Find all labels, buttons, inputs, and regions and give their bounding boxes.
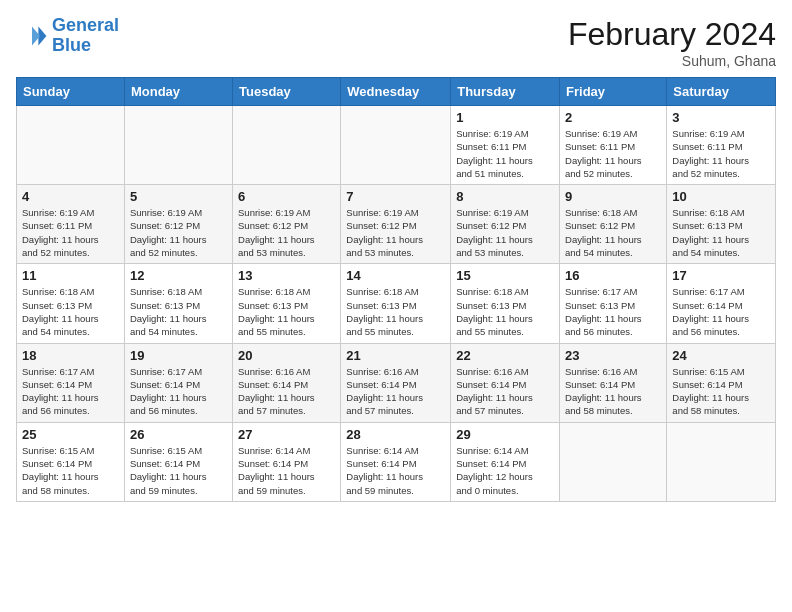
- calendar-cell: 8Sunrise: 6:19 AM Sunset: 6:12 PM Daylig…: [451, 185, 560, 264]
- calendar-week-row: 18Sunrise: 6:17 AM Sunset: 6:14 PM Dayli…: [17, 343, 776, 422]
- day-info: Sunrise: 6:14 AM Sunset: 6:14 PM Dayligh…: [346, 444, 445, 497]
- day-number: 3: [672, 110, 770, 125]
- calendar-cell: 15Sunrise: 6:18 AM Sunset: 6:13 PM Dayli…: [451, 264, 560, 343]
- logo: General Blue: [16, 16, 119, 56]
- day-number: 8: [456, 189, 554, 204]
- calendar-table: SundayMondayTuesdayWednesdayThursdayFrid…: [16, 77, 776, 502]
- calendar-cell: 18Sunrise: 6:17 AM Sunset: 6:14 PM Dayli…: [17, 343, 125, 422]
- calendar-cell: [341, 106, 451, 185]
- location-subtitle: Suhum, Ghana: [568, 53, 776, 69]
- day-number: 16: [565, 268, 661, 283]
- day-info: Sunrise: 6:18 AM Sunset: 6:13 PM Dayligh…: [346, 285, 445, 338]
- day-number: 11: [22, 268, 119, 283]
- weekday-header-wednesday: Wednesday: [341, 78, 451, 106]
- calendar-week-row: 25Sunrise: 6:15 AM Sunset: 6:14 PM Dayli…: [17, 422, 776, 501]
- weekday-header-monday: Monday: [124, 78, 232, 106]
- weekday-header-tuesday: Tuesday: [233, 78, 341, 106]
- calendar-cell: 21Sunrise: 6:16 AM Sunset: 6:14 PM Dayli…: [341, 343, 451, 422]
- day-info: Sunrise: 6:19 AM Sunset: 6:11 PM Dayligh…: [565, 127, 661, 180]
- calendar-week-row: 4Sunrise: 6:19 AM Sunset: 6:11 PM Daylig…: [17, 185, 776, 264]
- day-number: 6: [238, 189, 335, 204]
- day-info: Sunrise: 6:18 AM Sunset: 6:13 PM Dayligh…: [22, 285, 119, 338]
- calendar-week-row: 1Sunrise: 6:19 AM Sunset: 6:11 PM Daylig…: [17, 106, 776, 185]
- calendar-cell: 1Sunrise: 6:19 AM Sunset: 6:11 PM Daylig…: [451, 106, 560, 185]
- weekday-header-thursday: Thursday: [451, 78, 560, 106]
- calendar-cell: 16Sunrise: 6:17 AM Sunset: 6:13 PM Dayli…: [560, 264, 667, 343]
- day-info: Sunrise: 6:17 AM Sunset: 6:13 PM Dayligh…: [565, 285, 661, 338]
- day-info: Sunrise: 6:19 AM Sunset: 6:11 PM Dayligh…: [672, 127, 770, 180]
- day-number: 17: [672, 268, 770, 283]
- day-info: Sunrise: 6:19 AM Sunset: 6:12 PM Dayligh…: [456, 206, 554, 259]
- day-info: Sunrise: 6:19 AM Sunset: 6:12 PM Dayligh…: [238, 206, 335, 259]
- title-block: February 2024 Suhum, Ghana: [568, 16, 776, 69]
- calendar-cell: 28Sunrise: 6:14 AM Sunset: 6:14 PM Dayli…: [341, 422, 451, 501]
- day-info: Sunrise: 6:15 AM Sunset: 6:14 PM Dayligh…: [130, 444, 227, 497]
- day-number: 18: [22, 348, 119, 363]
- logo-text: General Blue: [52, 16, 119, 56]
- day-info: Sunrise: 6:19 AM Sunset: 6:12 PM Dayligh…: [130, 206, 227, 259]
- day-number: 24: [672, 348, 770, 363]
- day-number: 5: [130, 189, 227, 204]
- calendar-cell: 10Sunrise: 6:18 AM Sunset: 6:13 PM Dayli…: [667, 185, 776, 264]
- calendar-cell: [560, 422, 667, 501]
- calendar-cell: [667, 422, 776, 501]
- day-info: Sunrise: 6:18 AM Sunset: 6:12 PM Dayligh…: [565, 206, 661, 259]
- day-info: Sunrise: 6:17 AM Sunset: 6:14 PM Dayligh…: [130, 365, 227, 418]
- calendar-cell: 17Sunrise: 6:17 AM Sunset: 6:14 PM Dayli…: [667, 264, 776, 343]
- calendar-cell: 4Sunrise: 6:19 AM Sunset: 6:11 PM Daylig…: [17, 185, 125, 264]
- day-number: 25: [22, 427, 119, 442]
- day-info: Sunrise: 6:15 AM Sunset: 6:14 PM Dayligh…: [22, 444, 119, 497]
- calendar-cell: 25Sunrise: 6:15 AM Sunset: 6:14 PM Dayli…: [17, 422, 125, 501]
- weekday-header-sunday: Sunday: [17, 78, 125, 106]
- calendar-cell: 6Sunrise: 6:19 AM Sunset: 6:12 PM Daylig…: [233, 185, 341, 264]
- day-info: Sunrise: 6:14 AM Sunset: 6:14 PM Dayligh…: [456, 444, 554, 497]
- day-info: Sunrise: 6:18 AM Sunset: 6:13 PM Dayligh…: [672, 206, 770, 259]
- day-info: Sunrise: 6:16 AM Sunset: 6:14 PM Dayligh…: [238, 365, 335, 418]
- day-number: 21: [346, 348, 445, 363]
- calendar-cell: [17, 106, 125, 185]
- day-info: Sunrise: 6:19 AM Sunset: 6:12 PM Dayligh…: [346, 206, 445, 259]
- day-info: Sunrise: 6:17 AM Sunset: 6:14 PM Dayligh…: [22, 365, 119, 418]
- day-number: 15: [456, 268, 554, 283]
- logo-icon: [16, 20, 48, 52]
- calendar-cell: 3Sunrise: 6:19 AM Sunset: 6:11 PM Daylig…: [667, 106, 776, 185]
- day-number: 12: [130, 268, 227, 283]
- day-number: 23: [565, 348, 661, 363]
- day-number: 9: [565, 189, 661, 204]
- calendar-cell: 19Sunrise: 6:17 AM Sunset: 6:14 PM Dayli…: [124, 343, 232, 422]
- day-info: Sunrise: 6:18 AM Sunset: 6:13 PM Dayligh…: [456, 285, 554, 338]
- day-number: 2: [565, 110, 661, 125]
- day-number: 19: [130, 348, 227, 363]
- day-number: 29: [456, 427, 554, 442]
- calendar-cell: 12Sunrise: 6:18 AM Sunset: 6:13 PM Dayli…: [124, 264, 232, 343]
- day-number: 22: [456, 348, 554, 363]
- day-number: 14: [346, 268, 445, 283]
- day-info: Sunrise: 6:18 AM Sunset: 6:13 PM Dayligh…: [130, 285, 227, 338]
- calendar-cell: [124, 106, 232, 185]
- day-number: 13: [238, 268, 335, 283]
- calendar-cell: 27Sunrise: 6:14 AM Sunset: 6:14 PM Dayli…: [233, 422, 341, 501]
- calendar-cell: 23Sunrise: 6:16 AM Sunset: 6:14 PM Dayli…: [560, 343, 667, 422]
- day-info: Sunrise: 6:17 AM Sunset: 6:14 PM Dayligh…: [672, 285, 770, 338]
- day-info: Sunrise: 6:19 AM Sunset: 6:11 PM Dayligh…: [22, 206, 119, 259]
- calendar-cell: 5Sunrise: 6:19 AM Sunset: 6:12 PM Daylig…: [124, 185, 232, 264]
- weekday-header-row: SundayMondayTuesdayWednesdayThursdayFrid…: [17, 78, 776, 106]
- calendar-week-row: 11Sunrise: 6:18 AM Sunset: 6:13 PM Dayli…: [17, 264, 776, 343]
- day-number: 1: [456, 110, 554, 125]
- day-info: Sunrise: 6:14 AM Sunset: 6:14 PM Dayligh…: [238, 444, 335, 497]
- day-number: 10: [672, 189, 770, 204]
- calendar-cell: 7Sunrise: 6:19 AM Sunset: 6:12 PM Daylig…: [341, 185, 451, 264]
- day-info: Sunrise: 6:18 AM Sunset: 6:13 PM Dayligh…: [238, 285, 335, 338]
- calendar-cell: 20Sunrise: 6:16 AM Sunset: 6:14 PM Dayli…: [233, 343, 341, 422]
- calendar-cell: 26Sunrise: 6:15 AM Sunset: 6:14 PM Dayli…: [124, 422, 232, 501]
- calendar-cell: 24Sunrise: 6:15 AM Sunset: 6:14 PM Dayli…: [667, 343, 776, 422]
- page-header: General Blue February 2024 Suhum, Ghana: [16, 16, 776, 69]
- day-number: 27: [238, 427, 335, 442]
- day-info: Sunrise: 6:16 AM Sunset: 6:14 PM Dayligh…: [456, 365, 554, 418]
- weekday-header-saturday: Saturday: [667, 78, 776, 106]
- day-number: 7: [346, 189, 445, 204]
- calendar-cell: 11Sunrise: 6:18 AM Sunset: 6:13 PM Dayli…: [17, 264, 125, 343]
- day-number: 26: [130, 427, 227, 442]
- weekday-header-friday: Friday: [560, 78, 667, 106]
- day-number: 28: [346, 427, 445, 442]
